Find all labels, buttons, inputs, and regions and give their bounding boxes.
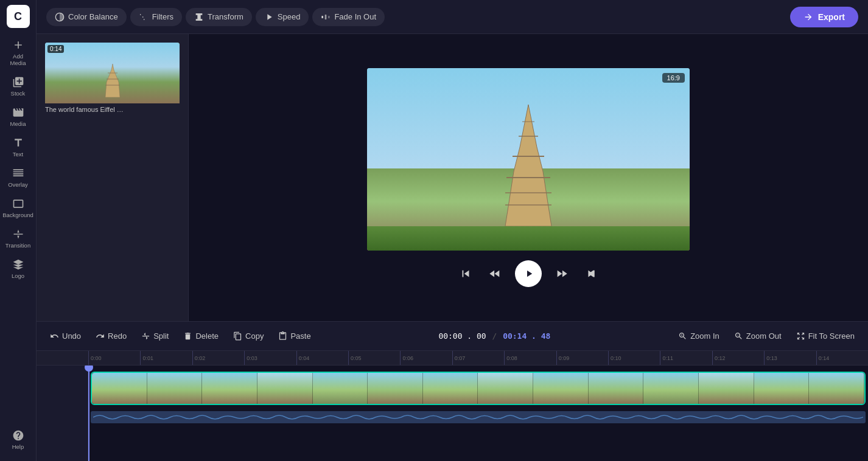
clip-frame-3 xyxy=(202,373,257,404)
clip-frame-1 xyxy=(92,373,147,404)
audio-track[interactable] xyxy=(91,411,866,423)
ruler-mark-2: 0:02 xyxy=(192,351,244,365)
speed-button[interactable]: Speed xyxy=(256,8,309,26)
zoom-in-button[interactable]: Zoom In xyxy=(672,328,726,344)
ruler-mark-7: 0:07 xyxy=(452,351,504,365)
sidebar-item-help[interactable]: Help xyxy=(2,426,34,454)
content-area: 0:14 The world famous Eiffel … xyxy=(37,34,868,321)
media-title: The world famous Eiffel … xyxy=(45,106,180,113)
clip-frame-8 xyxy=(478,373,533,404)
redo-button[interactable]: Redo xyxy=(89,328,133,344)
preview-video: 16:9 xyxy=(367,68,690,251)
clip-frame-7 xyxy=(423,373,478,404)
skip-to-end-button[interactable] xyxy=(582,265,600,283)
timeline-ruler: 0:00 0:01 0:02 0:03 0:04 0:05 0:06 0:07 … xyxy=(37,351,868,366)
skip-to-start-button[interactable] xyxy=(457,265,475,283)
clip-frame-5 xyxy=(313,373,368,404)
ruler-mark-12: 0:12 xyxy=(712,351,764,365)
clip-frame-11 xyxy=(643,373,699,404)
filters-button[interactable]: Filters xyxy=(130,8,182,26)
ruler-mark-4: 0:04 xyxy=(296,351,348,365)
svg-marker-8 xyxy=(505,105,551,226)
ruler-mark-9: 0:09 xyxy=(556,351,608,365)
time-current: 00:00 . 00 xyxy=(438,331,486,341)
svg-rect-2 xyxy=(325,15,327,19)
media-duration: 0:14 xyxy=(47,45,64,53)
playhead[interactable] xyxy=(88,366,89,461)
svg-marker-4 xyxy=(105,64,120,97)
ruler-mark-14: 0:14 xyxy=(816,351,868,365)
svg-rect-3 xyxy=(328,16,330,18)
tracks xyxy=(88,366,868,461)
ruler-mark-13: 0:13 xyxy=(764,351,816,365)
sidebar-item-transition[interactable]: Transition xyxy=(2,224,34,252)
svg-rect-1 xyxy=(322,16,324,18)
sidebar-item-logo[interactable]: Logo xyxy=(2,255,34,283)
timeline-content: 0:00 0:01 0:02 0:03 0:04 0:05 0:06 0:07 … xyxy=(37,351,868,461)
timeline-right-controls: Zoom In Zoom Out Fit To Screen xyxy=(672,328,861,344)
clip-frame-6 xyxy=(368,373,423,404)
sidebar-item-overlay[interactable]: Overlay xyxy=(2,164,34,192)
main-area: Color Balance Filters Transform Speed Fa… xyxy=(37,0,868,461)
split-button[interactable]: Split xyxy=(135,328,175,344)
color-balance-button[interactable]: Color Balance xyxy=(46,8,127,26)
sidebar-item-background[interactable]: Background xyxy=(2,194,34,222)
app-logo[interactable]: C xyxy=(7,5,30,28)
paste-button[interactable]: Paste xyxy=(272,328,317,344)
fade-in-out-button[interactable]: Fade In Out xyxy=(312,8,385,26)
export-button[interactable]: Export xyxy=(790,7,858,27)
undo-button[interactable]: Undo xyxy=(44,328,87,344)
sidebar-item-add-media[interactable]: Add Media xyxy=(2,35,34,70)
time-display: 00:00 . 00 / 00:14 . 48 xyxy=(438,331,550,341)
fit-to-screen-button[interactable]: Fit To Screen xyxy=(790,328,861,344)
ruler-mark-6: 0:06 xyxy=(400,351,452,365)
track-area xyxy=(37,366,868,461)
sidebar: C Add Media Stock Media Text Overlay Bac… xyxy=(0,0,37,461)
sidebar-item-media[interactable]: Media xyxy=(2,103,34,131)
clip-frame-4 xyxy=(257,373,313,404)
ruler-mark-1: 0:01 xyxy=(140,351,192,365)
playhead-head xyxy=(85,366,93,372)
time-total: 00:14 . 48 xyxy=(503,331,550,341)
clip-frame-10 xyxy=(589,373,644,404)
clip-frame-12 xyxy=(699,373,754,404)
ruler-mark-10: 0:10 xyxy=(608,351,660,365)
sidebar-item-stock[interactable]: Stock xyxy=(2,72,34,100)
time-divider: / xyxy=(491,331,503,341)
video-track[interactable] xyxy=(91,372,866,405)
clip-frames xyxy=(92,373,864,404)
play-button[interactable] xyxy=(515,260,542,287)
sidebar-item-text[interactable]: Text xyxy=(2,133,34,161)
ruler-mark-11: 0:11 xyxy=(660,351,712,365)
playback-controls xyxy=(457,260,600,287)
ruler-marks: 0:00 0:01 0:02 0:03 0:04 0:05 0:06 0:07 … xyxy=(37,351,868,365)
ruler-mark-0: 0:00 xyxy=(88,351,140,365)
clip-frame-13 xyxy=(754,373,810,404)
track-labels xyxy=(37,366,88,461)
timeline-toolbar: Undo Redo Split Delete Copy Paste xyxy=(37,322,868,351)
topbar-tools: Color Balance Filters Transform Speed Fa… xyxy=(46,8,385,26)
clip-frame-9 xyxy=(533,373,589,404)
zoom-out-button[interactable]: Zoom Out xyxy=(728,328,788,344)
clip-frame-14 xyxy=(809,373,864,404)
clip-frame-2 xyxy=(147,373,203,404)
ruler-mark-5: 0:05 xyxy=(348,351,400,365)
media-thumb-eiffel[interactable]: 0:14 The world famous Eiffel … xyxy=(44,41,181,114)
ruler-mark-8: 0:08 xyxy=(504,351,556,365)
topbar: Color Balance Filters Transform Speed Fa… xyxy=(37,0,868,34)
media-panel: 0:14 The world famous Eiffel … xyxy=(37,34,189,321)
fast-forward-button[interactable] xyxy=(553,265,571,283)
copy-button[interactable]: Copy xyxy=(227,328,270,344)
aspect-ratio-badge: 16:9 xyxy=(662,73,685,83)
delete-button[interactable]: Delete xyxy=(177,328,225,344)
timeline-area: Undo Redo Split Delete Copy Paste xyxy=(37,321,868,461)
ruler-mark-3: 0:03 xyxy=(244,351,296,365)
rewind-button[interactable] xyxy=(486,265,504,283)
transform-button[interactable]: Transform xyxy=(186,8,252,26)
preview-area: 16:9 xyxy=(189,34,868,321)
